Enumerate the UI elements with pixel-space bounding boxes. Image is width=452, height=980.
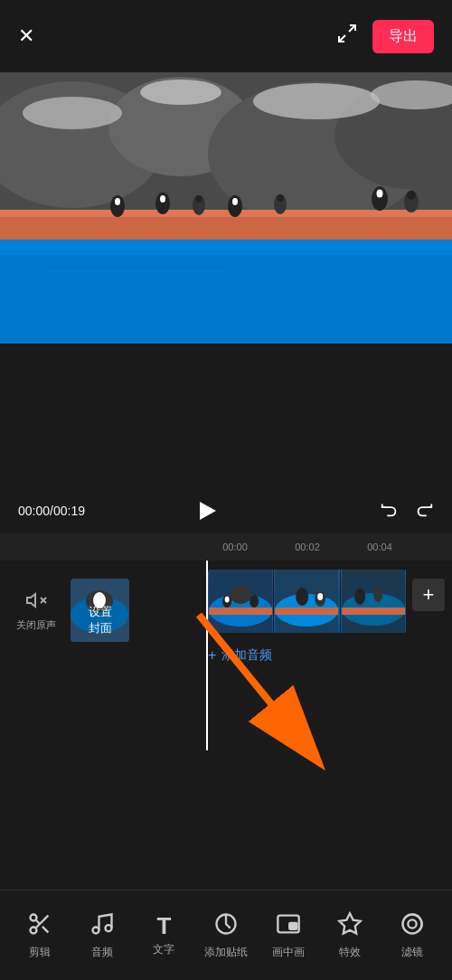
effects-label: 特效 [339,945,361,960]
add-clip-button[interactable]: + [412,579,445,611]
mute-icon[interactable] [25,589,47,616]
svg-rect-34 [45,271,226,272]
svg-point-58 [354,589,365,605]
svg-point-17 [115,198,120,205]
svg-line-1 [339,35,345,42]
svg-point-68 [92,927,99,933]
close-icon[interactable]: ✕ [18,26,34,46]
filter-icon [400,911,425,940]
svg-point-27 [277,194,284,202]
toolbar-item-text[interactable]: T 文字 [139,914,189,957]
svg-point-63 [31,914,37,920]
cut-label: 剪辑 [29,945,51,960]
svg-rect-73 [289,922,297,928]
clip-frame-1 [208,570,274,633]
svg-point-8 [140,80,221,105]
svg-point-9 [253,83,380,119]
video-preview [0,72,452,344]
bottom-toolbar: 剪辑 音频 T 文字 添加贴纸 [0,890,452,980]
timeline-controls: 00:00/00:19 [0,488,452,533]
svg-line-66 [42,926,48,931]
ruler-time-0: 00:00 [199,542,271,552]
text-icon: T [156,914,171,938]
ruler-time-1: 00:02 [271,542,344,552]
svg-point-45 [230,586,251,604]
ruler-time-2: 00:04 [344,542,416,552]
timeline-ruler: 00:00 00:02 00:04 [0,533,452,561]
undo-redo-controls [380,499,434,523]
toolbar-item-filter[interactable]: 滤镜 [387,911,437,960]
svg-point-48 [250,595,259,608]
ruler-marks: 00:00 00:02 00:04 [0,542,416,552]
export-button[interactable]: 导出 [372,20,434,53]
video-frame [0,72,452,344]
dark-area [0,344,452,488]
svg-point-59 [373,588,382,602]
play-icon [200,502,216,520]
time-display: 00:00/00:19 [18,504,108,518]
svg-marker-74 [339,913,360,933]
svg-point-30 [377,190,383,198]
add-audio-button[interactable]: + 添加音频 [208,642,272,669]
audio-icon [89,911,115,940]
cover-thumbnail[interactable]: 设置封面 [71,579,129,642]
add-clip-plus-icon: + [423,585,435,605]
text-label: 文字 [153,942,174,957]
svg-point-54 [317,593,323,600]
svg-point-7 [23,97,122,129]
track-left-controls: 关闭原声 [9,589,63,631]
svg-point-52 [296,588,308,606]
cover-label: 设置封面 [71,604,129,636]
svg-point-25 [232,198,238,205]
svg-point-64 [31,927,37,933]
svg-point-20 [160,195,165,203]
mute-label: 关闭原声 [16,619,56,631]
svg-rect-14 [0,210,452,217]
play-button[interactable] [192,495,224,527]
top-bar: ✕ 导出 [0,0,452,72]
playhead [206,561,208,750]
svg-rect-35 [136,289,271,290]
toolbar-item-pip[interactable]: 画中画 [263,911,313,960]
toolbar-item-sticker[interactable]: 添加贴纸 [201,911,250,960]
add-audio-plus-icon: + [208,647,216,664]
toolbar-item-audio[interactable]: 音频 [77,911,127,960]
pip-icon [276,911,301,940]
sticker-label: 添加贴纸 [204,945,248,960]
toolbar-item-effects[interactable]: 特效 [325,911,375,960]
toolbar-item-cut[interactable]: 剪辑 [15,911,65,960]
pip-label: 画中画 [272,945,305,960]
svg-line-67 [36,919,41,924]
sticker-icon [213,911,239,940]
expand-icon[interactable] [336,23,358,50]
clip-frame-2 [274,570,340,633]
undo-button[interactable] [380,499,400,523]
svg-line-0 [349,25,355,32]
timeline-area: 关闭原声 设置封面 [0,561,452,750]
svg-point-47 [225,597,230,603]
svg-rect-60 [342,608,405,615]
svg-rect-49 [209,608,272,615]
cut-icon [27,911,52,940]
redo-button[interactable] [414,499,434,523]
top-right-buttons: 导出 [336,20,434,53]
svg-rect-33 [0,253,452,255]
svg-point-32 [407,191,416,200]
svg-point-69 [105,925,111,931]
video-clip-strip[interactable] [208,570,407,633]
add-audio-label: 添加音频 [221,647,272,664]
clip-frame-3 [341,570,407,633]
svg-rect-55 [275,608,338,615]
effects-icon [337,911,363,940]
svg-point-76 [408,919,416,928]
filter-label: 滤镜 [401,945,423,960]
svg-marker-36 [27,594,35,607]
audio-label: 音频 [91,945,113,960]
svg-point-22 [195,195,202,203]
